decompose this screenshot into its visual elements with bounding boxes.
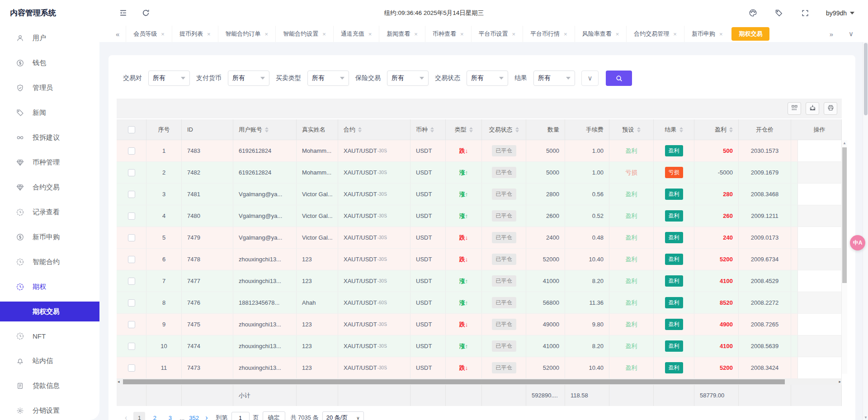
tab-智能合约设置[interactable]: 智能合约设置× [275, 26, 333, 42]
tab-合约交易管理[interactable]: 合约交易管理× [626, 26, 684, 42]
sort-icon[interactable] [430, 127, 434, 132]
tab-平台币设置[interactable]: 平台币设置× [471, 26, 523, 42]
next-page-button[interactable]: › [203, 414, 209, 420]
tabs-collapse-right[interactable]: » [823, 30, 840, 38]
tabs-collapse-left[interactable]: « [109, 30, 126, 38]
row-checkbox[interactable] [128, 212, 135, 220]
fullscreen-icon[interactable] [800, 8, 811, 19]
tab-新币申购[interactable]: 新币申购× [684, 26, 730, 42]
sidebar-item-贷款信息[interactable]: 贷款信息 [0, 373, 99, 398]
close-icon[interactable]: × [322, 31, 326, 37]
filter-select-买卖类型[interactable]: 所有 [307, 71, 349, 86]
prev-page-button[interactable]: ‹ [122, 414, 130, 420]
translate-fab[interactable]: 中A [850, 235, 865, 250]
table-horizontal-scrollbar[interactable]: ◂ ▸ [117, 379, 842, 385]
sort-icon[interactable] [358, 127, 362, 132]
close-icon[interactable]: × [673, 31, 677, 37]
column-header-类型[interactable]: 类型 [446, 119, 482, 140]
sidebar-item-站内信[interactable]: 站内信 [0, 349, 99, 373]
page-number-2[interactable]: 2 [149, 412, 160, 420]
sort-icon[interactable] [265, 127, 269, 132]
tab-提币列表[interactable]: 提币列表× [172, 26, 218, 42]
sort-icon[interactable] [469, 127, 473, 132]
column-header-合约[interactable]: 合约 [338, 119, 410, 140]
tab-期权交易[interactable]: 期权交易 [731, 27, 769, 41]
row-checkbox[interactable] [128, 299, 135, 307]
tab-风险率查看[interactable]: 风险率查看× [575, 26, 627, 42]
column-header-结果[interactable]: 结果 [654, 119, 694, 140]
filter-select-交易对[interactable]: 所有 [148, 71, 190, 86]
refresh-icon[interactable] [140, 8, 151, 19]
close-icon[interactable]: × [207, 31, 211, 37]
row-checkbox[interactable] [128, 147, 135, 155]
tab-平台币行情[interactable]: 平台币行情× [523, 26, 575, 42]
sidebar-subitem-期权交易[interactable]: 期权交易 [0, 302, 99, 321]
column-header-用户账号[interactable]: 用户账号 [233, 119, 297, 140]
close-icon[interactable]: × [414, 31, 418, 37]
print-button[interactable] [824, 102, 837, 115]
expand-filters-button[interactable]: ∨ [581, 71, 599, 86]
sidebar-item-投拆建议[interactable]: 投拆建议 [0, 125, 99, 150]
horizontal-scroll-thumb[interactable] [123, 379, 785, 384]
tabs-dropdown[interactable]: ∨ [842, 30, 860, 38]
scroll-down-icon[interactable]: ▼ [863, 415, 868, 420]
sidebar-item-用户[interactable]: 用户 [0, 26, 99, 51]
goto-page-input[interactable] [231, 412, 250, 420]
tab-新闻查看[interactable]: 新闻查看× [379, 26, 425, 42]
export-button[interactable] [806, 102, 819, 115]
sort-icon[interactable] [637, 127, 641, 132]
sidebar-item-币种管理[interactable]: 币种管理 [0, 150, 99, 175]
page-number-3[interactable]: 3 [164, 412, 176, 420]
row-checkbox[interactable] [128, 364, 135, 372]
sort-icon[interactable] [729, 127, 733, 132]
filter-select-结果[interactable]: 所有 [533, 71, 575, 86]
scroll-left-icon[interactable]: ◂ [118, 379, 120, 385]
filter-select-交易状态[interactable]: 所有 [467, 71, 508, 86]
close-icon[interactable]: × [616, 31, 619, 37]
tab-通道充值[interactable]: 通道充值× [333, 26, 379, 42]
palette-icon[interactable] [747, 8, 758, 19]
sidebar-item-新闻[interactable]: 新闻 [0, 100, 99, 125]
page-number-352[interactable]: 352 [188, 412, 200, 420]
row-checkbox[interactable] [128, 321, 135, 328]
search-button[interactable] [606, 71, 632, 86]
page-scroll-thumb[interactable] [864, 43, 868, 115]
page-number-1[interactable]: 1 [133, 412, 145, 420]
filter-select-保险交易[interactable]: 所有 [387, 71, 429, 86]
close-icon[interactable]: × [564, 31, 567, 37]
close-icon[interactable]: × [161, 31, 165, 37]
close-icon[interactable]: × [719, 31, 723, 37]
row-checkbox[interactable] [128, 191, 135, 198]
scroll-right-icon[interactable]: ▸ [839, 379, 841, 385]
user-menu[interactable]: by99dh [826, 9, 854, 17]
sidebar-item-NFT[interactable]: NFT [0, 324, 99, 349]
sidebar-item-新币申购[interactable]: 新币申购 [0, 225, 99, 250]
column-header-预设[interactable]: 预设 [609, 119, 654, 140]
sidebar-item-管理员[interactable]: 管理员 [0, 76, 99, 100]
row-checkbox[interactable] [128, 169, 135, 176]
page-size-select[interactable]: 20 条/页 ∨ [322, 411, 364, 420]
tab-会员等级[interactable]: 会员等级× [126, 26, 172, 42]
tab-智能合约订单[interactable]: 智能合约订单× [218, 26, 276, 42]
sort-icon[interactable] [679, 127, 683, 132]
scroll-up-icon[interactable]: ▲ [842, 140, 847, 146]
tag-icon[interactable] [774, 8, 784, 19]
table-vertical-scrollbar[interactable]: ▲ [842, 140, 847, 374]
close-icon[interactable]: × [265, 31, 269, 37]
row-checkbox[interactable] [128, 234, 135, 241]
vertical-scroll-thumb[interactable] [842, 147, 847, 283]
filter-select-支付货币[interactable]: 所有 [228, 71, 269, 86]
confirm-button[interactable]: 确定 [263, 411, 285, 420]
menu-fold-icon[interactable] [118, 8, 128, 19]
close-icon[interactable]: × [512, 31, 516, 37]
sidebar-item-合约交易[interactable]: 合约交易 [0, 175, 99, 200]
sort-icon[interactable] [515, 127, 519, 132]
row-checkbox[interactable] [128, 343, 135, 350]
column-header-币种[interactable]: 币种 [410, 119, 446, 140]
sidebar-item-期权[interactable]: 期权 [0, 274, 99, 299]
page-scrollbar[interactable]: ▼ [863, 42, 868, 420]
column-header-交易状态[interactable]: 交易状态 [482, 119, 526, 140]
columns-button[interactable] [788, 102, 801, 115]
sidebar-item-钱包[interactable]: 钱包 [0, 51, 99, 76]
row-checkbox[interactable] [128, 256, 135, 263]
